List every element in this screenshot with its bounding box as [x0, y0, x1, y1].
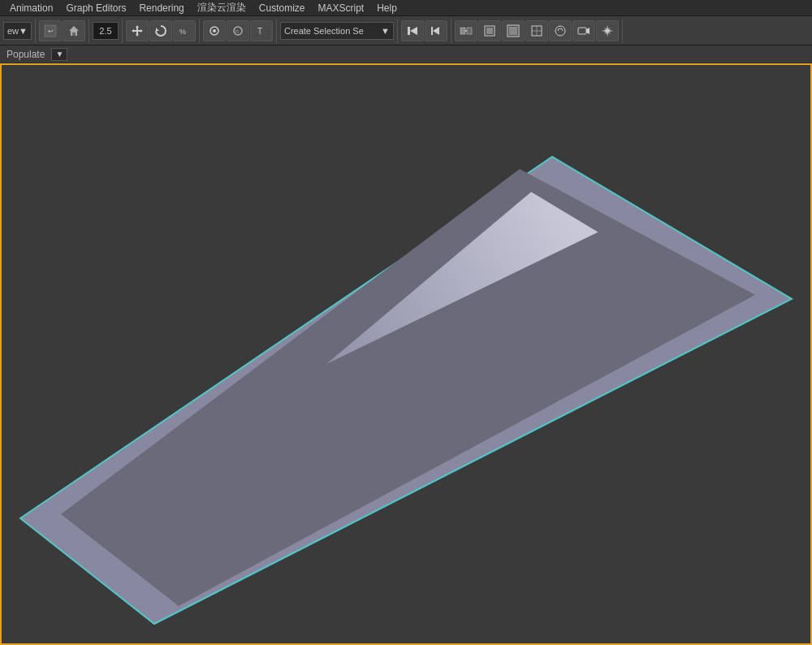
move-button[interactable]	[126, 20, 149, 41]
menu-bar: Animation Graph Editors Rendering 渲染云渲染 …	[0, 0, 812, 16]
menu-cloud-render[interactable]: 渲染云渲染	[191, 0, 253, 15]
transform-group: %	[126, 19, 200, 43]
menu-maxscript[interactable]: MAXScript	[311, 2, 370, 15]
viewport[interactable]	[0, 63, 812, 645]
svg-marker-12	[433, 27, 439, 35]
menu-rendering[interactable]: Rendering	[132, 2, 190, 15]
snap2-toggle[interactable]: n	[227, 20, 249, 41]
snap-toggle[interactable]	[203, 20, 226, 41]
svg-point-23	[555, 26, 565, 36]
svg-rect-19	[509, 27, 517, 35]
populate-bar: Populate ▼	[0, 45, 812, 63]
render-frame-button[interactable]	[525, 20, 548, 41]
svg-marker-4	[156, 28, 159, 31]
svg-marker-11	[408, 27, 417, 35]
rotate-button[interactable]	[149, 20, 172, 41]
menu-animation[interactable]: Animation	[3, 2, 59, 15]
scale-button[interactable]: %	[173, 20, 196, 41]
main-toolbar: ew ▼ ↩	[0, 16, 812, 45]
light-button[interactable]	[596, 20, 619, 41]
selection-group: Create Selection Se ▼	[280, 19, 398, 43]
snap-group: n T	[203, 19, 277, 43]
undo-button[interactable]: ↩	[39, 20, 62, 41]
camera-button[interactable]	[572, 20, 595, 41]
menu-customize[interactable]: Customize	[253, 2, 312, 15]
svg-marker-25	[586, 28, 590, 34]
num-group	[93, 19, 123, 43]
svg-rect-3	[72, 32, 76, 36]
menu-help[interactable]: Help	[370, 2, 404, 15]
numeric-input[interactable]	[93, 22, 119, 40]
render-ipr-button[interactable]	[549, 20, 572, 41]
playback-group	[401, 19, 451, 43]
render-flip-button[interactable]	[455, 20, 477, 41]
svg-text:T: T	[257, 27, 262, 36]
render-output-button[interactable]	[502, 20, 525, 41]
scene-canvas	[0, 63, 812, 645]
svg-point-7	[213, 29, 216, 32]
menu-graph-editors[interactable]: Graph Editors	[59, 2, 132, 15]
view-group: ew ▼	[3, 19, 36, 43]
svg-text:%: %	[179, 28, 186, 36]
svg-text:↩: ↩	[47, 28, 53, 35]
create-selection-dropdown[interactable]: Create Selection Se ▼	[280, 22, 394, 40]
svg-rect-14	[460, 28, 465, 34]
svg-rect-24	[578, 28, 586, 34]
svg-rect-17	[486, 28, 493, 34]
populate-label: Populate	[6, 49, 45, 60]
render-group	[455, 19, 623, 43]
skip-start-button[interactable]	[401, 20, 424, 41]
prev-frame-button[interactable]	[425, 20, 447, 41]
nav-group: ↩	[39, 19, 89, 43]
svg-rect-13	[431, 27, 433, 35]
view-dropdown[interactable]: ew ▼	[3, 22, 32, 40]
home-button[interactable]	[63, 20, 85, 41]
render-region-button[interactable]	[478, 20, 501, 41]
text-label-toggle[interactable]: T	[250, 20, 273, 41]
svg-text:n: n	[235, 28, 239, 34]
svg-rect-15	[467, 28, 472, 34]
populate-dropdown[interactable]: ▼	[51, 48, 67, 61]
